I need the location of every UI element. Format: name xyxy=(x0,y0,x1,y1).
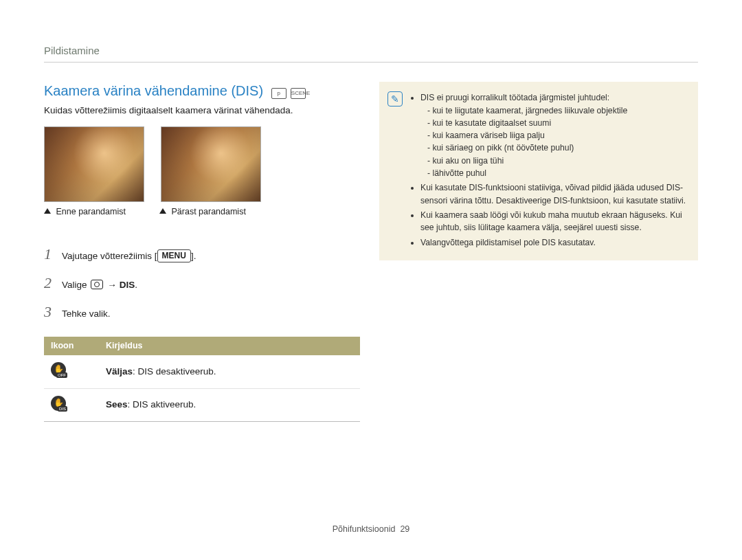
step-number: 3 xyxy=(44,302,62,322)
caption-after-text: Pärast parandamist xyxy=(171,207,245,216)
option-desc: : DIS aktiveerub. xyxy=(128,399,196,410)
mode-icon-p: p xyxy=(271,88,286,99)
note-sub-item: kui te kasutate digitaalset suumi xyxy=(427,117,687,129)
step-1-prefix: Vajutage võtterežiimis [ xyxy=(62,251,157,261)
footer-page-number: 29 xyxy=(400,524,409,534)
triangle-up-icon xyxy=(44,208,51,214)
caption-before: Enne parandamist xyxy=(44,206,143,218)
photo-after xyxy=(161,126,261,202)
step-2: 2 Valige →DIS. xyxy=(44,269,360,298)
icon-sublabel: OFF xyxy=(56,372,67,378)
step-number: 2 xyxy=(44,273,62,293)
icon-sublabel: DIS xyxy=(58,406,67,412)
options-table: Ikoon Kirjeldus OFF Väljas: DIS desaktiv… xyxy=(44,337,360,421)
step-text: Tehke valik. xyxy=(62,308,360,320)
dis-on-icon: DIS xyxy=(51,396,66,411)
caption-before-text: Enne parandamist xyxy=(56,207,125,216)
footer-section: Põhifunktsioonid xyxy=(333,524,396,534)
breadcrumb: Pildistamine xyxy=(44,44,698,63)
note-sub-item: lähivõtte puhul xyxy=(427,167,687,179)
step-1-suffix: ]. xyxy=(191,251,196,261)
steps-list: 1 Vajutage võtterežiimis [MENU]. 2 Valig… xyxy=(44,240,360,326)
dis-off-icon: OFF xyxy=(51,362,66,377)
desc-cell: Sees: DIS aktiveerub. xyxy=(99,388,360,421)
step-number: 1 xyxy=(44,244,62,265)
step-2-suffix: . xyxy=(135,280,137,290)
icon-cell: DIS xyxy=(44,388,99,421)
desc-cell: Väljas: DIS desaktiveerub. xyxy=(99,355,360,388)
step-text: Vajutage võtterežiimis [MENU]. xyxy=(62,249,360,262)
note-box: ✎ DIS ei pruugi korralikult töötada järg… xyxy=(379,82,698,260)
note-item: Valangvõttega pildistamisel pole DIS kas… xyxy=(420,236,687,249)
note-list: DIS ei pruugi korralikult töötada järgmi… xyxy=(409,91,687,249)
photo-before xyxy=(44,126,144,202)
step-1: 1 Vajutage võtterežiimis [MENU]. xyxy=(44,240,360,269)
mode-icon-scene: SCENE xyxy=(291,88,306,99)
note-item: Kui kasutate DIS-funktsiooni statiiviga,… xyxy=(420,181,687,207)
note-sub-item: kui aku on liiga tühi xyxy=(427,155,687,167)
step-3: 3 Tehke valik. xyxy=(44,298,360,326)
section-title: Kaamera värina vähendamine (DIS) xyxy=(44,83,263,98)
caption-after: Pärast parandamist xyxy=(159,206,258,218)
triangle-up-icon xyxy=(159,208,166,214)
table-header-desc: Kirjeldus xyxy=(99,337,360,355)
option-label: Sees xyxy=(106,399,128,410)
step-2-target: DIS xyxy=(120,280,135,290)
camera-icon xyxy=(91,280,103,289)
table-row: OFF Väljas: DIS desaktiveerub. xyxy=(44,355,360,388)
step-text: Valige →DIS. xyxy=(62,279,360,291)
note-sub-item: kui säriaeg on pikk (nt öövõtete puhul) xyxy=(427,142,687,154)
table-row: DIS Sees: DIS aktiveerub. xyxy=(44,388,360,421)
note-sub-item: kui kaamera väriseb liiga palju xyxy=(427,129,687,142)
table-header-icon: Ikoon xyxy=(44,337,99,355)
intro-text: Kuidas võtterežiimis digitaalselt kaamer… xyxy=(44,104,360,117)
arrow-right-icon: → xyxy=(107,280,117,290)
note-item-text: DIS ei pruugi korralikult töötada järgmi… xyxy=(420,93,609,102)
option-label: Väljas xyxy=(106,366,133,377)
mode-icons: p SCENE xyxy=(271,88,306,99)
step-2-prefix: Valige xyxy=(62,280,89,290)
note-item: DIS ei pruugi korralikult töötada järgmi… xyxy=(420,91,687,179)
icon-cell: OFF xyxy=(44,355,99,388)
note-sub-item: kui te liigutate kaamerat, järgnedes lii… xyxy=(427,104,687,117)
menu-button-label: MENU xyxy=(157,249,191,262)
option-desc: : DIS desaktiveerub. xyxy=(133,366,216,377)
note-icon: ✎ xyxy=(387,91,403,107)
note-item: Kui kaamera saab löögi või kukub maha mu… xyxy=(420,209,687,234)
page-footer: Põhifunktsioonid 29 xyxy=(0,524,742,535)
